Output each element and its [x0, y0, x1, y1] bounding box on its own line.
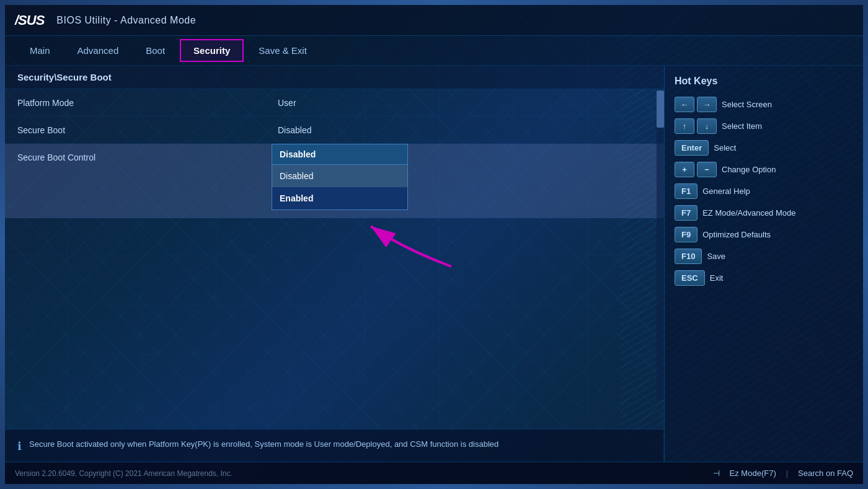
footer-bar: Version 2.20.6049. Copyright (C) 2021 Am… [5, 462, 863, 484]
footer-copyright: Version 2.20.6049. Copyright (C) 2021 Am… [15, 469, 232, 478]
hotkey-buttons-plusminus: + − [675, 162, 717, 177]
hotkey-f10-btn[interactable]: F10 [675, 249, 702, 264]
hotkey-f1-label: General Help [702, 187, 750, 196]
info-box: ℹ Secure Boot activated only when Platfo… [5, 429, 663, 462]
hotkey-buttons-f1: F1 [675, 183, 698, 199]
footer-mode-icon: ⊣ [713, 469, 720, 478]
hotkey-enter-label: Select [714, 143, 736, 152]
hotkey-buttons-enter: Enter [675, 140, 709, 156]
hotkey-change-option-label: Change Option [722, 165, 776, 174]
dropdown-container: Disabled Disabled Enabled [272, 144, 408, 210]
hotkey-buttons-f9: F9 [675, 227, 698, 242]
dropdown-option-disabled[interactable]: Disabled [272, 165, 407, 187]
hotkey-select-screen: ← → Select Screen [675, 97, 853, 112]
platform-mode-row: Platform Mode User [5, 89, 664, 117]
hotkey-enter-btn[interactable]: Enter [675, 140, 709, 156]
hotkeys-panel: Hot Keys ← → Select Screen ↑ ↓ Select It… [665, 66, 863, 462]
hotkey-esc-label: Exit [710, 273, 724, 283]
hotkey-buttons-arrows-ud: ↑ ↓ [675, 118, 717, 134]
tab-security[interactable]: Security [180, 39, 244, 62]
secure-boot-control-row[interactable]: Secure Boot Control Disabled Disabled En… [5, 144, 664, 218]
tab-boot[interactable]: Boot [133, 40, 177, 61]
hotkey-f9: F9 Optimized Defaults [675, 227, 853, 242]
hotkey-up-arrow[interactable]: ↑ [675, 118, 694, 134]
secure-boot-row: Secure Boot Disabled [5, 117, 664, 144]
secure-boot-control-label: Secure Boot Control [17, 152, 203, 162]
footer-right: ⊣ Ez Mode(F7) | Search on FAQ [713, 469, 853, 478]
tab-advanced[interactable]: Advanced [65, 40, 131, 61]
hotkey-buttons-f10: F10 [675, 249, 702, 264]
main-panel: Security\Secure Boot Platform Mode User … [5, 66, 665, 462]
hotkey-f10: F10 Save [675, 249, 853, 264]
hotkey-minus-btn[interactable]: − [697, 162, 717, 177]
hotkey-f1-btn[interactable]: F1 [675, 183, 698, 199]
hotkey-left-arrow[interactable]: ← [675, 97, 694, 112]
hotkey-select-item: ↑ ↓ Select Item [675, 118, 853, 134]
hotkey-right-arrow[interactable]: → [697, 97, 717, 112]
hotkey-change-option: + − Change Option [675, 162, 853, 177]
hotkey-f7-btn[interactable]: F7 [675, 205, 698, 221]
platform-mode-label: Platform Mode [17, 98, 203, 108]
footer-search[interactable]: Search on FAQ [798, 469, 853, 478]
footer-ez-mode[interactable]: Ez Mode(F7) [730, 469, 776, 478]
hotkey-enter: Enter Select [675, 140, 853, 156]
breadcrumb: Security\Secure Boot [5, 66, 664, 89]
header: /SUS BIOS Utility - Advanced Mode [5, 5, 863, 36]
hotkeys-title: Hot Keys [675, 76, 853, 87]
hotkey-f7-label: EZ Mode/Advanced Mode [702, 208, 795, 218]
hotkey-buttons-esc: ESC [675, 270, 705, 286]
hotkey-select-screen-label: Select Screen [722, 100, 772, 109]
asus-logo: /SUS [15, 12, 44, 29]
scrollbar[interactable] [657, 90, 664, 400]
dropdown-selected[interactable]: Disabled [272, 144, 408, 165]
hotkey-buttons-f7: F7 [675, 205, 698, 221]
secure-boot-label: Secure Boot [17, 125, 203, 135]
hotkey-f1: F1 General Help [675, 183, 853, 199]
hotkey-select-item-label: Select Item [722, 121, 762, 131]
hotkey-f10-label: Save [707, 252, 725, 261]
scrollbar-thumb [657, 90, 664, 128]
tab-save-exit[interactable]: Save & Exit [246, 40, 319, 61]
platform-mode-value: User [278, 98, 296, 108]
info-text: Secure Boot activated only when Platform… [29, 438, 498, 451]
navigation-bar: Main Advanced Boot Security Save & Exit [5, 36, 863, 66]
hotkey-f9-label: Optimized Defaults [702, 230, 771, 239]
tab-main[interactable]: Main [17, 40, 63, 61]
bios-title: BIOS Utility - Advanced Mode [56, 15, 196, 26]
dropdown-option-enabled[interactable]: Enabled [272, 187, 407, 209]
hotkey-plus-btn[interactable]: + [675, 162, 694, 177]
dropdown-options: Disabled Enabled [272, 165, 408, 210]
hotkey-f9-btn[interactable]: F9 [675, 227, 698, 242]
footer-separator: | [786, 469, 788, 478]
secure-boot-value: Disabled [278, 125, 311, 135]
hotkey-down-arrow[interactable]: ↓ [697, 118, 717, 134]
hotkey-esc: ESC Exit [675, 270, 853, 286]
settings-list: Platform Mode User Secure Boot Disabled … [5, 89, 664, 218]
info-icon: ℹ [17, 439, 22, 453]
hotkey-buttons-arrows-lr: ← → [675, 97, 717, 112]
hotkey-f7: F7 EZ Mode/Advanced Mode [675, 205, 853, 221]
hotkey-esc-btn[interactable]: ESC [675, 270, 705, 286]
content-area: Security\Secure Boot Platform Mode User … [5, 66, 863, 462]
